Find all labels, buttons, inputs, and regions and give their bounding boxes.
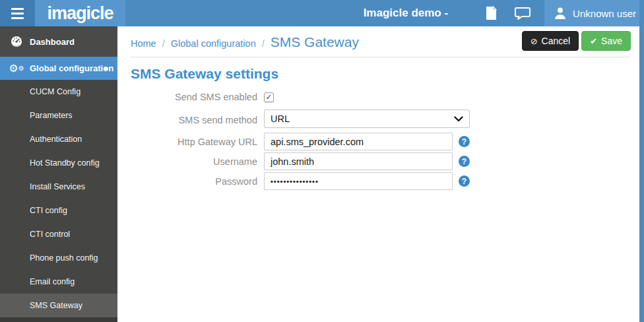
checkmark-icon: ✔: [590, 36, 597, 46]
page-title: SMS Gateway settings: [131, 66, 278, 82]
checkbox-check-icon: ✓: [265, 93, 272, 101]
username-label: Username: [131, 156, 264, 167]
password-label: Password: [131, 176, 264, 187]
sidebar-item-cucm-config[interactable]: CUCM Config: [0, 80, 117, 104]
sidebar-item-parameters[interactable]: Parameters: [0, 104, 117, 127]
hamburger-icon: [11, 8, 24, 10]
action-buttons: ⊘ Cancel ✔ Save: [522, 31, 631, 51]
sidebar-item-hot-standby-config[interactable]: Hot Standby config: [0, 151, 117, 175]
header-divider: [131, 57, 629, 57]
breadcrumb-separator: /: [162, 38, 165, 49]
document-icon[interactable]: [482, 6, 499, 20]
http-gateway-url-label: Http Gateway URL: [131, 137, 264, 147]
cancel-button[interactable]: ⊘ Cancel: [522, 31, 579, 51]
cancel-icon: ⊘: [531, 36, 538, 46]
breadcrumb-separator: /: [262, 38, 265, 49]
chevron-down-icon: [454, 116, 463, 122]
sms-send-method-value: URL: [271, 113, 454, 124]
user-name-label: Unknown user: [573, 8, 636, 19]
chevron-right-icon: ▸: [104, 64, 108, 73]
send-sms-enabled-checkbox[interactable]: ✓: [264, 92, 274, 102]
help-icon[interactable]: ?: [459, 156, 470, 167]
breadcrumb-current-page: SMS Gateway: [271, 34, 359, 50]
sms-send-method-select[interactable]: URL: [264, 110, 470, 128]
help-icon[interactable]: ?: [459, 176, 470, 187]
sidebar-item-email-config[interactable]: Email config: [0, 270, 117, 294]
sidebar-item-cti-control[interactable]: CTI control: [0, 222, 117, 246]
sidebar-item-label: Dashboard: [30, 37, 75, 47]
help-icon[interactable]: ?: [459, 136, 470, 147]
save-button[interactable]: ✔ Save: [581, 31, 631, 51]
vertical-scrollbar[interactable]: [639, 0, 644, 322]
sidebar-item-sms-gateway[interactable]: SMS Gateway: [0, 294, 117, 317]
http-gateway-url-input[interactable]: [264, 133, 453, 150]
sidebar-item-dashboard[interactable]: Dashboard: [0, 26, 117, 57]
dashboard-icon: [9, 36, 24, 48]
hamburger-menu-button[interactable]: [0, 0, 35, 26]
send-sms-enabled-label: Send SMS enabled: [131, 92, 264, 102]
sidebar-item-global-configuration[interactable]: ⚙⚙ Global configuration ▸: [0, 57, 117, 80]
breadcrumb-global-configuration-link[interactable]: Global configuration: [171, 38, 256, 49]
sidebar-item-phone-push-config[interactable]: Phone push config: [0, 246, 117, 270]
top-bar: imagicle Imagicle demo - Unknown user: [0, 0, 644, 26]
cancel-button-label: Cancel: [542, 36, 571, 46]
sidebar-item-install-services[interactable]: Install Services: [0, 175, 117, 199]
gears-icon: ⚙⚙: [9, 63, 24, 74]
main-content: Home / Global configuration / SMS Gatewa…: [117, 26, 639, 322]
save-button-label: Save: [601, 36, 622, 46]
imagicle-logo-text: imagicle: [47, 3, 113, 24]
sidebar: Dashboard ⚙⚙ Global configuration ▸ CUCM…: [0, 26, 117, 322]
password-input[interactable]: [264, 172, 453, 190]
instance-title: Imagicle demo -: [364, 7, 448, 20]
breadcrumb-home-link[interactable]: Home: [131, 38, 156, 49]
imagicle-logo: imagicle: [35, 0, 125, 26]
sms-gateway-form: Send SMS enabled ✓ SMS send method URL H…: [131, 90, 500, 192]
sidebar-item-label: Global configuration: [30, 63, 113, 73]
sidebar-bottom-divider: [0, 317, 117, 322]
user-menu[interactable]: Unknown user: [544, 0, 644, 26]
chat-icon[interactable]: [514, 7, 531, 20]
sidebar-item-cti-config[interactable]: CTI config: [0, 199, 117, 222]
breadcrumb: Home / Global configuration / SMS Gatewa…: [131, 34, 359, 50]
sms-send-method-label: SMS send method: [131, 115, 264, 125]
sidebar-submenu: CUCM Config Parameters Authentication Ho…: [0, 80, 117, 317]
username-input[interactable]: [264, 152, 453, 170]
user-icon: [554, 7, 567, 20]
sidebar-item-authentication[interactable]: Authentication: [0, 127, 117, 151]
